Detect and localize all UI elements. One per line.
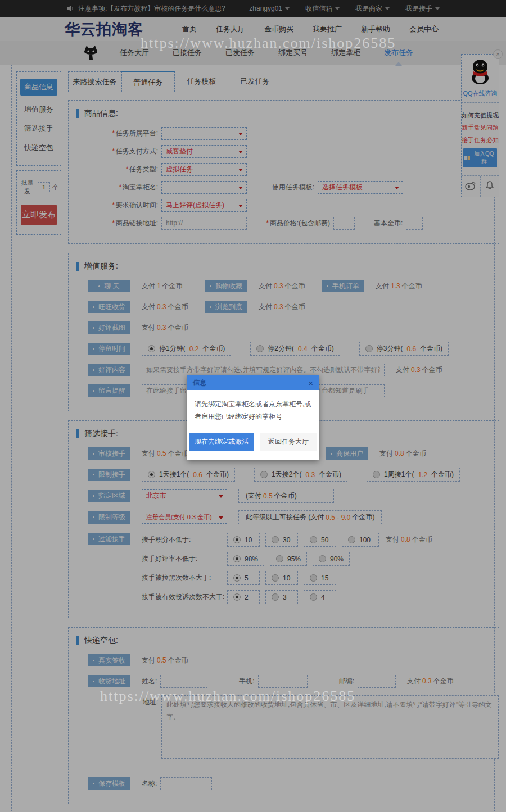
modal-message: 请先绑定淘宝掌柜名或者京东掌柜号,或者启用您已经绑定好的掌柜号 [187,390,319,428]
info-modal: 信息 × 请先绑定淘宝掌柜名或者京东掌柜号,或者启用您已经绑定好的掌柜号 现在去… [187,375,319,460]
modal-title: 信息 [193,378,206,388]
close-icon[interactable]: × [308,378,313,388]
bind-now-button[interactable]: 现在去绑定或激活 [189,433,254,451]
back-to-hall-button[interactable]: 返回任务大厅 [260,433,317,451]
